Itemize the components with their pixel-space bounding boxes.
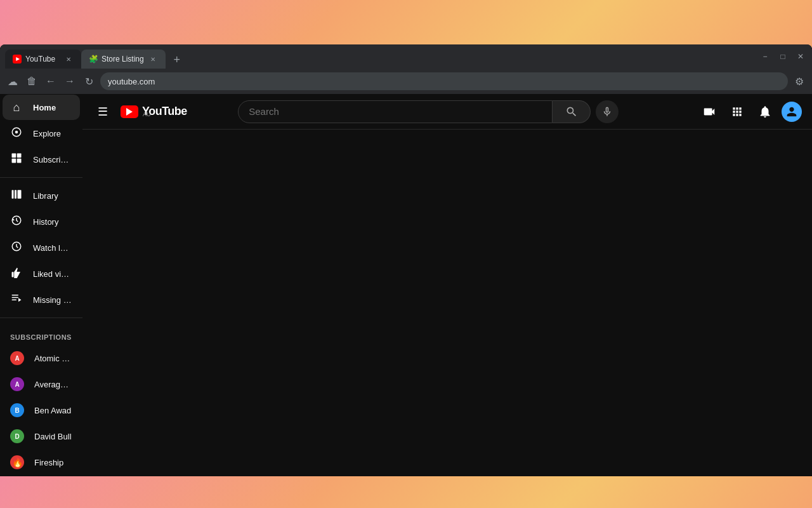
library-icon — [10, 189, 23, 203]
avatar-atomic-frontier: A — [10, 351, 24, 365]
back-button[interactable]: ← — [43, 74, 58, 89]
content-area — [82, 130, 812, 476]
svg-rect-6 — [12, 158, 16, 163]
os-background-bottom — [0, 473, 812, 508]
yt-logo-area: YouTube AU — [121, 105, 187, 118]
yt-play-triangle — [126, 108, 133, 116]
sidebar-watch-later-label: Watch later — [33, 243, 72, 253]
sidebar-item-liked-videos[interactable]: Liked videos — [3, 261, 80, 286]
notifications-button[interactable] — [754, 100, 776, 123]
forward-button[interactable]: → — [62, 74, 77, 89]
tab-store-title: Store Listing — [102, 55, 144, 64]
svg-rect-14 — [12, 295, 19, 296]
mic-button[interactable] — [596, 100, 619, 123]
search-input-wrap[interactable] — [238, 100, 553, 123]
svg-rect-9 — [15, 190, 16, 199]
search-input[interactable] — [249, 106, 542, 117]
browser-window: YouTube ✕ 🧩 Store Listing ✕ + − □ ✕ ☁ 🗑 … — [0, 44, 812, 476]
svg-rect-15 — [12, 297, 19, 298]
sub-label-david-bull: David Bull — [34, 432, 72, 441]
sidebar-sub-ben-awad[interactable]: B Ben Awad — [3, 398, 80, 423]
svg-rect-10 — [18, 190, 22, 199]
svg-point-3 — [15, 130, 18, 133]
avatar-ben-awad: B — [10, 403, 24, 417]
yt-country-code: AU — [143, 112, 187, 117]
sidebar-playlist-label: Missing Semester IA... — [33, 295, 72, 305]
sidebar: ⌂ Home Explore Subscriptions — [0, 94, 82, 476]
explore-icon — [10, 126, 23, 141]
divider-1 — [0, 177, 82, 178]
search-button[interactable] — [553, 100, 591, 123]
title-bar: YouTube ✕ 🧩 Store Listing ✕ + − □ ✕ — [0, 44, 812, 69]
avatar-fireship: 🔥 — [10, 455, 24, 469]
close-button[interactable]: ✕ — [794, 50, 807, 63]
svg-rect-16 — [12, 299, 17, 300]
sidebar-sub-atomic-frontier[interactable]: A Atomic Frontier — [3, 345, 80, 371]
sub-label-fireship: Fireship — [34, 458, 72, 467]
playlist-icon — [10, 293, 23, 307]
yt-topbar-right — [698, 100, 802, 123]
os-background-top — [0, 0, 812, 48]
tab-youtube[interactable]: YouTube ✕ — [5, 50, 81, 69]
sidebar-item-playlist[interactable]: Missing Semester IA... — [3, 287, 80, 312]
tab-store-listing[interactable]: 🧩 Store Listing ✕ — [81, 50, 166, 69]
maximize-button[interactable]: □ — [776, 50, 789, 63]
sidebar-home-label: Home — [33, 103, 72, 112]
sidebar-liked-label: Liked videos — [33, 269, 72, 279]
sidebar-item-explore[interactable]: Explore — [3, 121, 80, 146]
yt-logo-icon — [121, 105, 138, 118]
sidebar-item-library[interactable]: Library — [3, 183, 80, 208]
tab-youtube-favicon — [13, 55, 22, 64]
minimize-button[interactable]: − — [759, 50, 771, 63]
youtube-page: ⌂ Home Explore Subscriptions — [0, 94, 812, 476]
watch-later-icon — [10, 241, 23, 255]
downloads-icon[interactable]: 🗑 — [24, 74, 39, 89]
sidebar-item-home[interactable]: ⌂ Home — [3, 95, 80, 120]
sidebar-explore-label: Explore — [33, 129, 72, 138]
tab-store-favicon: 🧩 — [89, 55, 98, 64]
subscriptions-section-title: SUBSCRIPTIONS — [0, 323, 82, 345]
sub-label-ben-awad: Ben Awad — [34, 406, 72, 415]
apps-button[interactable] — [726, 100, 749, 123]
user-avatar-button[interactable] — [782, 102, 802, 122]
window-controls: − □ ✕ — [759, 50, 807, 63]
tab-youtube-title: YouTube — [25, 55, 60, 64]
main-content: ☰ YouTube AU — [82, 94, 812, 476]
search-bar — [238, 100, 619, 123]
tab-youtube-close[interactable]: ✕ — [63, 54, 74, 64]
liked-videos-icon — [10, 267, 23, 281]
home-icon: ⌂ — [10, 101, 23, 114]
divider-2 — [0, 318, 82, 318]
sidebar-item-history[interactable]: History — [3, 209, 80, 234]
sidebar-item-watch-later[interactable]: Watch later — [3, 235, 80, 260]
extensions-icon[interactable]: ⚙ — [792, 74, 807, 89]
sub-label-average-pixel: AveragePixel — [34, 380, 72, 389]
address-bar-row: ☁ 🗑 ← → ↻ youtube.com ⚙ — [0, 69, 812, 94]
address-field[interactable]: youtube.com — [100, 72, 788, 90]
svg-rect-7 — [17, 158, 22, 163]
svg-rect-13 — [12, 272, 14, 277]
sidebar-history-label: History — [33, 217, 72, 227]
refresh-button[interactable]: ↻ — [81, 74, 96, 89]
subscriptions-icon — [10, 152, 23, 167]
sidebar-sub-gamers-nexus[interactable]: G Gamers Nexus — [3, 476, 80, 476]
history-icon — [10, 215, 23, 229]
cloud-icon[interactable]: ☁ — [5, 74, 20, 89]
sidebar-subscriptions-label: Subscriptions — [33, 155, 72, 164]
sub-label-atomic-frontier: Atomic Frontier — [34, 354, 72, 363]
tab-bar: YouTube ✕ 🧩 Store Listing ✕ + — [5, 44, 759, 69]
menu-button[interactable]: ☰ — [93, 100, 113, 124]
sidebar-sub-david-bull[interactable]: D David Bull — [3, 424, 80, 449]
sidebar-item-subscriptions[interactable]: Subscriptions — [3, 147, 80, 172]
sidebar-sub-average-pixel[interactable]: A AveragePixel — [3, 371, 80, 397]
yt-topbar: ☰ YouTube AU — [82, 94, 812, 130]
svg-rect-8 — [12, 190, 14, 199]
sidebar-sub-fireship[interactable]: 🔥 Fireship — [3, 450, 80, 475]
create-video-button[interactable] — [698, 100, 721, 123]
svg-rect-5 — [17, 153, 22, 157]
avatar-david-bull: D — [10, 429, 24, 443]
sidebar-library-label: Library — [33, 191, 72, 201]
avatar-average-pixel: A — [10, 377, 24, 391]
tab-store-close[interactable]: ✕ — [148, 54, 158, 64]
new-tab-button[interactable]: + — [168, 51, 186, 69]
